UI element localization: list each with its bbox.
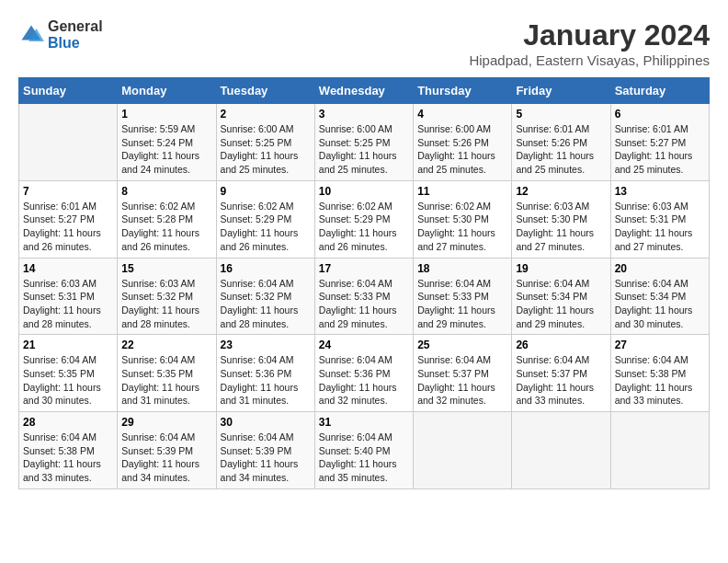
calendar-cell: 31Sunrise: 6:04 AMSunset: 5:40 PMDayligh… — [314, 412, 413, 489]
logo-text: General Blue — [48, 18, 103, 51]
weekday-header-saturday: Saturday — [610, 78, 709, 104]
day-info: Sunrise: 6:02 AMSunset: 5:29 PMDaylight:… — [319, 200, 409, 254]
calendar-cell — [414, 412, 512, 489]
logo-general: General — [48, 18, 103, 34]
logo-blue: Blue — [48, 35, 80, 51]
day-info: Sunrise: 6:01 AMSunset: 5:27 PMDaylight:… — [23, 200, 113, 254]
weekday-header-thursday: Thursday — [414, 78, 512, 104]
weekday-header-monday: Monday — [118, 78, 216, 104]
day-number: 25 — [417, 339, 507, 351]
day-info: Sunrise: 6:04 AMSunset: 5:34 PMDaylight:… — [516, 277, 606, 331]
calendar-cell: 4Sunrise: 6:00 AMSunset: 5:26 PMDaylight… — [414, 104, 512, 181]
day-info: Sunrise: 6:04 AMSunset: 5:36 PMDaylight:… — [319, 353, 409, 408]
day-info: Sunrise: 6:04 AMSunset: 5:39 PMDaylight:… — [221, 431, 311, 485]
calendar-table: SundayMondayTuesdayWednesdayThursdayFrid… — [18, 77, 710, 489]
day-info: Sunrise: 6:04 AMSunset: 5:37 PMDaylight:… — [516, 353, 606, 408]
calendar-cell: 29Sunrise: 6:04 AMSunset: 5:39 PMDayligh… — [118, 412, 216, 489]
day-number: 3 — [319, 108, 409, 121]
day-number: 20 — [615, 262, 705, 275]
page-subtitle: Hipadpad, Eastern Visayas, Philippines — [469, 52, 710, 68]
calendar-cell: 21Sunrise: 6:04 AMSunset: 5:35 PMDayligh… — [19, 335, 118, 412]
day-info: Sunrise: 6:03 AMSunset: 5:32 PMDaylight:… — [121, 277, 211, 331]
calendar-cell: 13Sunrise: 6:03 AMSunset: 5:31 PMDayligh… — [610, 180, 709, 258]
calendar-cell — [610, 412, 709, 489]
calendar-cell — [19, 104, 118, 181]
calendar-cell: 2Sunrise: 6:00 AMSunset: 5:25 PMDaylight… — [216, 104, 314, 181]
day-number: 26 — [516, 339, 606, 351]
page-title: January 2024 — [469, 18, 710, 52]
day-number: 18 — [417, 262, 507, 275]
day-info: Sunrise: 6:04 AMSunset: 5:39 PMDaylight:… — [121, 431, 211, 485]
calendar-cell: 30Sunrise: 6:04 AMSunset: 5:39 PMDayligh… — [216, 412, 314, 489]
day-info: Sunrise: 6:01 AMSunset: 5:26 PMDaylight:… — [516, 122, 606, 177]
day-info: Sunrise: 6:04 AMSunset: 5:35 PMDaylight:… — [23, 353, 113, 408]
calendar-cell: 16Sunrise: 6:04 AMSunset: 5:32 PMDayligh… — [216, 258, 314, 335]
page-header: General Blue January 2024 Hipadpad, East… — [18, 18, 710, 68]
day-number: 19 — [516, 262, 606, 275]
day-number: 9 — [221, 185, 311, 198]
day-info: Sunrise: 6:04 AMSunset: 5:33 PMDaylight:… — [319, 277, 409, 331]
day-number: 12 — [516, 185, 606, 198]
day-info: Sunrise: 6:04 AMSunset: 5:36 PMDaylight:… — [221, 353, 311, 408]
day-number: 5 — [516, 108, 606, 121]
calendar-cell: 10Sunrise: 6:02 AMSunset: 5:29 PMDayligh… — [314, 180, 413, 258]
day-number: 22 — [121, 339, 211, 351]
logo-icon — [18, 22, 44, 48]
day-info: Sunrise: 6:03 AMSunset: 5:31 PMDaylight:… — [615, 200, 705, 254]
day-number: 29 — [121, 416, 211, 429]
day-info: Sunrise: 6:04 AMSunset: 5:33 PMDaylight:… — [417, 277, 507, 331]
day-number: 31 — [319, 416, 409, 429]
day-number: 8 — [121, 185, 211, 198]
day-info: Sunrise: 6:04 AMSunset: 5:38 PMDaylight:… — [23, 431, 113, 485]
day-info: Sunrise: 6:02 AMSunset: 5:28 PMDaylight:… — [121, 200, 211, 254]
week-row-2: 7Sunrise: 6:01 AMSunset: 5:27 PMDaylight… — [19, 180, 710, 258]
calendar-cell: 20Sunrise: 6:04 AMSunset: 5:34 PMDayligh… — [610, 258, 709, 335]
day-info: Sunrise: 6:04 AMSunset: 5:32 PMDaylight:… — [221, 277, 311, 331]
day-number: 17 — [319, 262, 409, 275]
day-info: Sunrise: 6:00 AMSunset: 5:25 PMDaylight:… — [319, 122, 409, 177]
day-number: 1 — [121, 108, 211, 121]
calendar-cell: 24Sunrise: 6:04 AMSunset: 5:36 PMDayligh… — [314, 335, 413, 412]
day-number: 10 — [319, 185, 409, 198]
calendar-cell: 14Sunrise: 6:03 AMSunset: 5:31 PMDayligh… — [19, 258, 118, 335]
day-number: 6 — [615, 108, 705, 121]
calendar-header: SundayMondayTuesdayWednesdayThursdayFrid… — [19, 78, 710, 104]
calendar-cell: 28Sunrise: 6:04 AMSunset: 5:38 PMDayligh… — [19, 412, 118, 489]
calendar-cell: 19Sunrise: 6:04 AMSunset: 5:34 PMDayligh… — [512, 258, 610, 335]
day-info: Sunrise: 6:03 AMSunset: 5:30 PMDaylight:… — [516, 200, 606, 254]
week-row-1: 1Sunrise: 5:59 AMSunset: 5:24 PMDaylight… — [19, 104, 710, 181]
day-number: 4 — [417, 108, 507, 121]
day-number: 23 — [221, 339, 311, 351]
calendar-body: 1Sunrise: 5:59 AMSunset: 5:24 PMDaylight… — [19, 104, 710, 489]
calendar-cell: 25Sunrise: 6:04 AMSunset: 5:37 PMDayligh… — [414, 335, 512, 412]
day-number: 15 — [121, 262, 211, 275]
calendar-cell: 1Sunrise: 5:59 AMSunset: 5:24 PMDaylight… — [118, 104, 216, 181]
calendar-cell: 27Sunrise: 6:04 AMSunset: 5:38 PMDayligh… — [610, 335, 709, 412]
day-info: Sunrise: 6:01 AMSunset: 5:27 PMDaylight:… — [615, 122, 705, 177]
weekday-header-sunday: Sunday — [19, 78, 118, 104]
day-number: 16 — [221, 262, 311, 275]
calendar-cell: 8Sunrise: 6:02 AMSunset: 5:28 PMDaylight… — [118, 180, 216, 258]
calendar-cell: 12Sunrise: 6:03 AMSunset: 5:30 PMDayligh… — [512, 180, 610, 258]
day-info: Sunrise: 6:00 AMSunset: 5:26 PMDaylight:… — [417, 122, 507, 177]
day-info: Sunrise: 5:59 AMSunset: 5:24 PMDaylight:… — [121, 122, 211, 177]
day-number: 30 — [221, 416, 311, 429]
weekday-header-friday: Friday — [512, 78, 610, 104]
week-row-3: 14Sunrise: 6:03 AMSunset: 5:31 PMDayligh… — [19, 258, 710, 335]
weekday-header-tuesday: Tuesday — [216, 78, 314, 104]
calendar-cell: 7Sunrise: 6:01 AMSunset: 5:27 PMDaylight… — [19, 180, 118, 258]
title-section: January 2024 Hipadpad, Eastern Visayas, … — [469, 18, 710, 68]
day-number: 24 — [319, 339, 409, 351]
calendar-cell: 23Sunrise: 6:04 AMSunset: 5:36 PMDayligh… — [216, 335, 314, 412]
day-number: 21 — [23, 339, 113, 351]
calendar-cell: 3Sunrise: 6:00 AMSunset: 5:25 PMDaylight… — [314, 104, 413, 181]
day-number: 11 — [417, 185, 507, 198]
day-info: Sunrise: 6:04 AMSunset: 5:40 PMDaylight:… — [319, 431, 409, 485]
day-number: 28 — [23, 416, 113, 429]
day-info: Sunrise: 6:03 AMSunset: 5:31 PMDaylight:… — [23, 277, 113, 331]
calendar-cell: 17Sunrise: 6:04 AMSunset: 5:33 PMDayligh… — [314, 258, 413, 335]
day-info: Sunrise: 6:02 AMSunset: 5:29 PMDaylight:… — [221, 200, 311, 254]
weekday-header-wednesday: Wednesday — [314, 78, 413, 104]
week-row-4: 21Sunrise: 6:04 AMSunset: 5:35 PMDayligh… — [19, 335, 710, 412]
calendar-cell: 22Sunrise: 6:04 AMSunset: 5:35 PMDayligh… — [118, 335, 216, 412]
